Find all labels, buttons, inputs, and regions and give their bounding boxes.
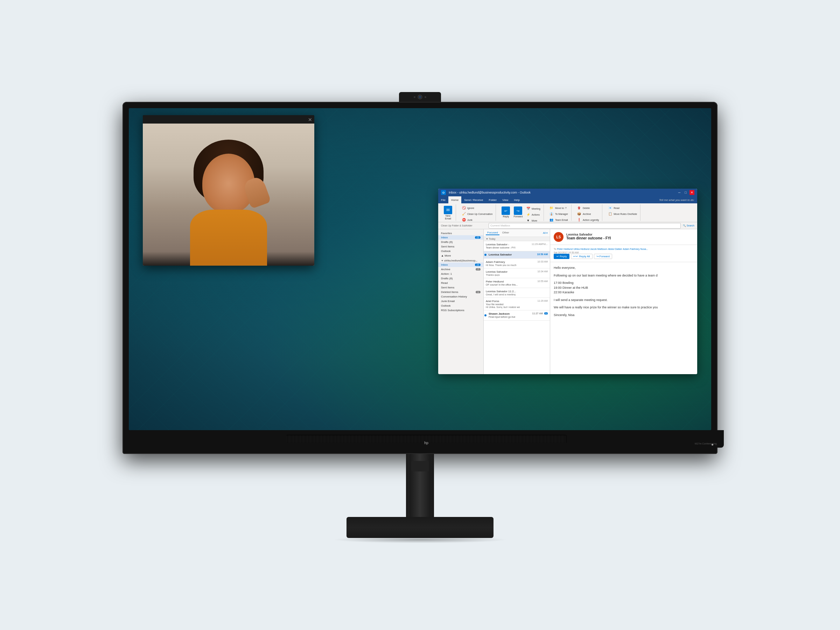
read-label: Read — [441, 281, 448, 284]
move-rules-button[interactable]: 📋 Move Rules OneNote — [606, 211, 638, 217]
new-email-icon: ✉ — [444, 206, 452, 214]
clean-up-button[interactable]: 🧹 Clean Up Conversation — [460, 211, 494, 217]
filter-other[interactable]: Other — [501, 231, 511, 235]
msg-preview-3: Hi Nisa. Thank you so much — [486, 264, 548, 266]
meeting-button[interactable]: 📅 Meeting — [525, 206, 542, 212]
outlook-body: Favorites Inbox 23 Drafts (8) Sent Items — [438, 229, 697, 374]
inbox-label: Inbox — [441, 236, 448, 239]
urgent-label: Action urgently — [583, 219, 599, 221]
tab-view[interactable]: View — [499, 196, 511, 203]
more-label: More — [532, 219, 537, 222]
email-para-2: I will send a separate meeting request. — [554, 298, 694, 303]
nav-rss[interactable]: RSS Subscriptions — [438, 308, 483, 313]
email-date: Sat 3/2/2017 10:50 AM — [554, 251, 694, 254]
filter-all-link[interactable]: All ▾ — [543, 232, 548, 235]
close-button[interactable]: ✕ — [690, 190, 695, 195]
message-item-5[interactable]: Peter Hedlund10:55 AM OF course! In the … — [484, 278, 550, 288]
email-para-1: Following up on our last team meeting wh… — [554, 273, 694, 278]
more-nav-label: ▲ More — [441, 254, 451, 257]
list-item-3: 22:00 Karaoke — [554, 290, 694, 295]
message-item-selected[interactable]: Leonisa Salvador10:50 AM — [484, 251, 550, 259]
new-email-label: NewEmail — [445, 215, 451, 221]
outlook-window[interactable]: O Inbox - ulrika.hedlund@businessproduct… — [438, 189, 697, 374]
reply-button[interactable]: ↩ Reply — [554, 254, 570, 259]
search-button[interactable]: 🔍 Search — [683, 224, 695, 227]
team-email-button[interactable]: 👥 Team Email — [548, 217, 569, 223]
nav-sent-2[interactable]: Sent Items — [438, 285, 483, 290]
new-email-button[interactable]: ✉ NewEmail — [442, 205, 453, 221]
tab-home[interactable]: Home — [448, 196, 461, 203]
nav-junk[interactable]: Junk Email — [438, 299, 483, 303]
archive-label: Archive — [583, 213, 591, 215]
nav-sent[interactable]: Sent Items — [438, 244, 483, 249]
move-to-button[interactable]: 📁 Move to: ? — [548, 205, 569, 211]
msg-subject-8: Final input before go live — [486, 316, 548, 318]
tab-file[interactable]: File — [438, 196, 448, 203]
list-item-2: 19:00 Dinner at the HUB — [554, 286, 694, 291]
nav-inbox[interactable]: Inbox 23 — [438, 235, 483, 240]
email-sender-header: LS Leonisa Salvador Team dinner outcome … — [550, 229, 697, 245]
nav-outlook-2[interactable]: Outlook — [438, 303, 483, 308]
nav-action[interactable]: Action: 1 — [438, 272, 483, 276]
ignore-button[interactable]: 🚫 Ignore — [460, 205, 494, 211]
forward-button-ribbon[interactable]: ↪ Forward — [512, 206, 524, 219]
rules-label: Move Rules OneNote — [614, 213, 637, 215]
search-input[interactable]: Current Mailbox — [489, 223, 681, 229]
reply-all-button[interactable]: ↩↩ Reply All — [571, 254, 592, 259]
minimize-button[interactable]: ─ — [677, 190, 682, 195]
video-close-button[interactable]: ✕ — [308, 117, 312, 122]
message-item-4[interactable]: Leonisa Salvador10:34 AM Thanks guys — [484, 268, 550, 278]
unread-button[interactable]: 📧 Read — [606, 205, 638, 211]
nav-archive[interactable]: Archive 7 — [438, 267, 483, 272]
nav-conv-history[interactable]: Conversation History — [438, 294, 483, 299]
inbox2-label: Inbox — [441, 263, 448, 266]
ribbon-group-respond: ↩ Reply ↪ Forward 📅 Meeting — [498, 204, 544, 221]
video-call-window[interactable]: ✕ — [143, 115, 314, 266]
msg-preview-6: Great, I will send a meeting — [486, 293, 548, 296]
nav-inbox-2[interactable]: Inbox 23 — [438, 262, 483, 267]
nav-more[interactable]: ▲ More — [438, 253, 483, 258]
message-item-8[interactable]: Shawn Jackson111:27 AM Final input befor… — [484, 311, 550, 321]
unread-icon: 📧 — [608, 205, 613, 210]
nav-drafts[interactable]: Drafts (8) — [438, 240, 483, 244]
forward-button[interactable]: ↪ Forward — [594, 254, 612, 259]
junk-button[interactable]: ⛔ Junk — [460, 217, 494, 223]
msg-sender-4: Leonisa Salvador10:34 AM — [486, 270, 548, 273]
tab-folder[interactable]: Folder — [486, 196, 500, 203]
tab-help[interactable]: Help — [511, 196, 522, 203]
reply-button-ribbon[interactable]: ↩ Reply — [500, 206, 512, 219]
video-titlebar: ✕ — [143, 115, 314, 123]
actions-button[interactable]: ⚡ Actions — [525, 212, 542, 217]
tab-send-receive[interactable]: Send / Receive — [461, 196, 486, 203]
email-greeting: Hello everyone, — [554, 266, 694, 270]
filter-focused[interactable]: Focused — [486, 231, 499, 235]
nav-deleted[interactable]: Deleted Items 1 — [438, 290, 483, 294]
message-item-7[interactable]: Ariel Forss11:29 AM Your file needed Hi … — [484, 298, 550, 311]
delete-button[interactable]: 🗑 Delete — [576, 205, 600, 211]
drafts2-label: Drafts (8) — [441, 277, 453, 280]
respond-more-buttons: 📅 Meeting ⚡ Actions ▼ More — [525, 206, 542, 223]
to-label: To — [554, 248, 556, 250]
message-item-6[interactable]: Leonisa Salvador 11:2... Great, I will s… — [484, 288, 550, 298]
date-group-today: ▼ Today — [484, 237, 550, 241]
quick-steps-buttons: 📁 Move to: ? 👔 To Manager 👥 Team Email — [548, 205, 569, 223]
message-item-3[interactable]: Adam Fakhrary10:33 AM Hi Nisa. Thank you… — [484, 259, 550, 268]
outlook-nav-label: Outlook — [441, 249, 451, 253]
nav-read[interactable]: Read — [438, 281, 483, 285]
favorites-section-label: Favorites — [438, 231, 483, 235]
msg-time: Pet... — [542, 243, 548, 245]
search-placeholder: Current Mailbox — [490, 224, 510, 227]
tab-search[interactable]: Tell me what you want to do: — [656, 196, 697, 203]
nav-outlook[interactable]: Outlook — [438, 249, 483, 253]
message-item[interactable]: Leonisa Salvador - Pet...11:29 AM Team d… — [484, 241, 550, 251]
webcam-indicator-dot2 — [425, 96, 426, 98]
outlook-app-icon: O — [441, 190, 446, 195]
monitor-bottom-bezel: hp M27m Conferencing — [129, 430, 724, 448]
outlook-titlebar: O Inbox - ulrika.hedlund@businessproduct… — [438, 189, 697, 196]
nav-drafts-2[interactable]: Drafts (8) — [438, 276, 483, 281]
action-urgently-button[interactable]: ❗ Action urgently — [576, 217, 600, 223]
archive-button[interactable]: 📦 Archive — [576, 211, 600, 217]
to-manager-button[interactable]: 👔 To Manager — [548, 211, 569, 217]
maximize-button[interactable]: □ — [683, 190, 688, 195]
ribbon-group-quick-steps: 📁 Move to: ? 👔 To Manager 👥 Team Email — [546, 204, 572, 221]
